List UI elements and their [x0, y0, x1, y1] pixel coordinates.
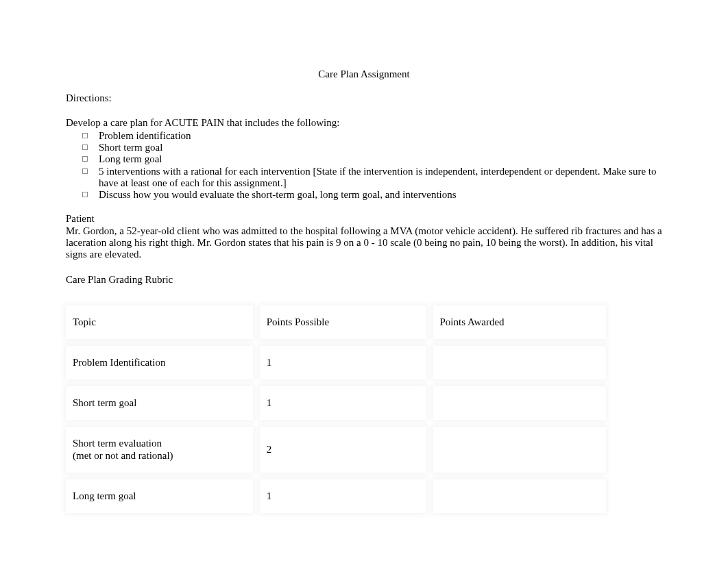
- bullet-item: Discuss how you would evaluate the short…: [85, 189, 662, 201]
- cell-awarded: [433, 479, 607, 513]
- cell-topic: Short term evaluation(met or not and rat…: [66, 427, 253, 473]
- cell-awarded: [433, 427, 607, 473]
- table-header-row: Topic Points Possible Points Awarded: [66, 305, 606, 339]
- cell-awarded: [433, 346, 607, 379]
- bullet-item: 5 interventions with a rational for each…: [85, 166, 662, 190]
- bullet-item: Long term goal: [85, 153, 662, 165]
- cell-topic: Problem Identification: [66, 346, 253, 379]
- table-row: Problem Identification 1: [66, 346, 606, 379]
- header-points-possible: Points Possible: [260, 305, 426, 339]
- cell-points: 2: [260, 427, 426, 473]
- rubric-heading: Care Plan Grading Rubric: [66, 274, 662, 286]
- cell-awarded: [433, 386, 607, 420]
- bullet-item: Short term goal: [85, 142, 662, 153]
- header-topic: Topic: [66, 305, 253, 339]
- document-title: Care Plan Assignment: [66, 68, 662, 80]
- table-row: Long term goal 1: [66, 479, 606, 513]
- patient-description: Mr. Gordon, a 52-year-old client who was…: [66, 225, 662, 261]
- patient-heading: Patient: [66, 213, 662, 225]
- directions-heading: Directions:: [66, 92, 662, 104]
- cell-points: 1: [260, 479, 426, 513]
- cell-topic: Long term goal: [66, 479, 253, 513]
- cell-points: 1: [260, 386, 426, 420]
- table-row: Short term evaluation(met or not and rat…: [66, 427, 606, 473]
- intro-text: Develop a care plan for ACUTE PAIN that …: [66, 117, 662, 129]
- cell-points: 1: [260, 346, 426, 379]
- bullet-item: Problem identification: [85, 130, 662, 142]
- cell-topic: Short term goal: [66, 386, 253, 420]
- table-row: Short term goal 1: [66, 386, 606, 420]
- header-points-awarded: Points Awarded: [433, 305, 607, 339]
- rubric-table: Topic Points Possible Points Awarded Pro…: [59, 299, 613, 521]
- bullet-list: Problem identification Short term goal L…: [66, 130, 662, 201]
